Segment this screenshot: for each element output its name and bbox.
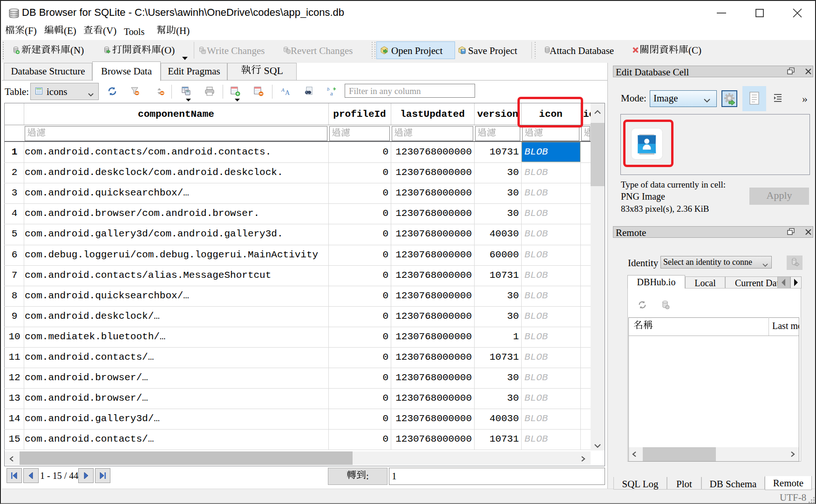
svg-text:a: a [330,90,333,96]
svg-text:A: A [285,89,290,96]
svg-text:b: b [327,86,330,92]
svg-text:A: A [281,87,285,93]
